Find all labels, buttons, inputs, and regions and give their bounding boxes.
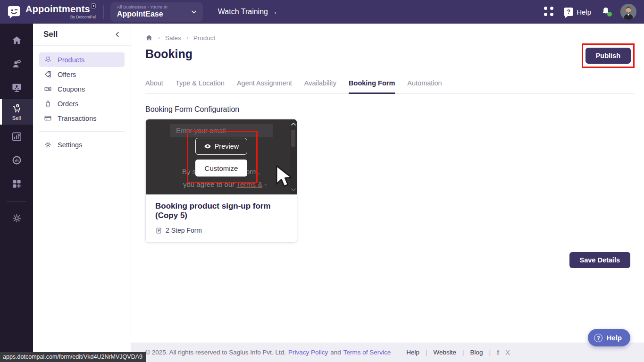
scroll-up-icon	[291, 122, 296, 126]
sidebar-item-label: Orders	[58, 100, 78, 108]
sidebar-item-offers[interactable]: Offers	[39, 67, 125, 82]
tab-bar: About Type & Location Agent Assignment A…	[145, 79, 635, 94]
scrollbar-thumb[interactable]	[291, 130, 295, 147]
sidebar-item-products[interactable]: Products	[39, 52, 125, 67]
rail-item-analytics[interactable]	[0, 125, 33, 148]
sidebar-item-settings[interactable]: Settings	[39, 137, 125, 152]
link-preview-status-bar: apps.dotcompal.com/form/edit/Vkd4U2NrMVJ…	[0, 352, 146, 362]
tab-automation[interactable]: Automation	[407, 79, 442, 93]
form-card-title: Booking product sign-up form (Copy 5)	[155, 202, 287, 220]
reports-icon	[11, 155, 22, 166]
breadcrumb-product[interactable]: Product	[193, 34, 216, 42]
header-help-label: Help	[577, 8, 591, 16]
watch-training-link[interactable]: Watch Training →	[218, 8, 278, 16]
footer-website-link[interactable]: Website	[433, 349, 456, 356]
publish-button[interactable]: Publish	[585, 48, 631, 64]
sidebar-item-label: Offers	[58, 71, 76, 78]
notification-dot	[607, 12, 612, 17]
card-annotation-highlight	[187, 131, 258, 183]
sidebar-item-coupons[interactable]: Coupons	[39, 82, 125, 96]
x-icon[interactable]: X	[505, 348, 510, 356]
offers-icon	[44, 70, 52, 78]
contacts-icon	[11, 59, 22, 69]
breadcrumb-home-icon[interactable]	[145, 34, 153, 42]
app-logo[interactable]: Appointments By DotcomPal	[7, 4, 96, 19]
home-icon	[11, 35, 22, 46]
publish-annotation-highlight: Publish	[582, 43, 635, 68]
collapse-sidebar-icon[interactable]	[114, 31, 121, 38]
form-preview-thumbnail[interactable]: Enter your email Preview Customize By s …	[146, 119, 297, 194]
notifications-bell-icon[interactable]	[601, 6, 611, 17]
rail-item-contacts[interactable]	[0, 52, 33, 76]
help-fab-button[interactable]: ? Help	[588, 329, 630, 346]
sidebar-item-label: Products	[58, 56, 84, 64]
page-footer: © 2025. All rights reserved to Saglus In…	[131, 343, 644, 362]
business-selector[interactable]: All Businesses › You're In AppointEase	[110, 2, 203, 22]
rail-item-home[interactable]	[0, 28, 33, 52]
preview-scrollbar[interactable]	[290, 119, 297, 194]
rail-item-apps[interactable]	[0, 172, 33, 195]
chevron-down-icon	[191, 8, 197, 15]
appointments-logo-icon	[7, 5, 21, 19]
rail-item-launch[interactable]	[0, 76, 33, 99]
tab-agent-assignment[interactable]: Agent Assignment	[237, 79, 292, 93]
business-selector-label: All Businesses › You're In	[117, 5, 191, 10]
tab-booking-form[interactable]: Booking Form	[349, 79, 395, 94]
sell-sidebar: Sell Products Offers Coupons	[33, 24, 131, 362]
coupons-icon	[44, 85, 52, 93]
facebook-icon[interactable]: f	[497, 348, 499, 356]
tab-type-location[interactable]: Type & Location	[176, 79, 225, 93]
save-details-button[interactable]: Save Details	[569, 252, 630, 268]
launch-icon	[11, 82, 22, 93]
user-avatar[interactable]	[620, 4, 636, 20]
sidebar-item-label: Settings	[58, 141, 82, 149]
main-content: › Sales › Product Booking Publish About …	[131, 24, 644, 362]
help-fab-label: Help	[606, 334, 622, 342]
sidebar-item-transactions[interactable]: Transactions	[39, 111, 125, 126]
form-document-icon	[155, 227, 162, 234]
sidebar-item-orders[interactable]: Orders	[39, 96, 125, 111]
tab-about[interactable]: About	[145, 79, 163, 93]
apps-grid-icon[interactable]	[544, 7, 554, 17]
transactions-icon	[44, 114, 52, 122]
booking-form-card: Enter your email Preview Customize By s …	[145, 119, 297, 243]
sell-icon	[11, 103, 22, 114]
app-header: Appointments By DotcomPal All Businesses…	[0, 0, 644, 24]
sidebar-title: Sell	[43, 30, 58, 39]
logo-title: Appointments	[25, 4, 90, 14]
apps-icon	[11, 178, 22, 189]
page-title: Booking	[145, 47, 192, 61]
privacy-policy-link[interactable]: Privacy Policy	[288, 349, 328, 356]
sidebar-item-label: Transactions	[58, 115, 96, 122]
settings-icon	[44, 141, 52, 149]
footer-blog-link[interactable]: Blog	[470, 349, 483, 356]
section-heading: Booking Form Configuration	[145, 105, 635, 114]
breadcrumb-separator: ›	[158, 34, 160, 41]
header-divider	[103, 5, 104, 19]
question-bubble-icon: ?	[564, 8, 573, 16]
terms-of-service-link[interactable]: Terms of Service	[343, 349, 391, 356]
copyright-text: © 2025. All rights reserved to Saglus In…	[145, 349, 286, 356]
rail-item-reports[interactable]	[0, 148, 33, 172]
rail-divider	[7, 201, 26, 202]
rail-item-sell[interactable]: Sell	[0, 99, 33, 125]
header-help-button[interactable]: ? Help	[564, 8, 591, 16]
form-type-label: 2 Step Form	[166, 227, 202, 234]
orders-icon	[44, 100, 52, 108]
breadcrumb-separator: ›	[186, 34, 188, 41]
analytics-icon	[11, 131, 22, 142]
icon-rail: Sell	[0, 24, 33, 362]
sidebar-item-label: Coupons	[58, 85, 85, 93]
sidebar-divider	[39, 131, 125, 132]
scroll-down-icon	[291, 188, 296, 192]
breadcrumb: › Sales › Product	[145, 34, 635, 42]
rail-item-settings[interactable]	[0, 206, 33, 230]
settings-icon	[11, 213, 22, 224]
breadcrumb-sales[interactable]: Sales	[165, 34, 181, 42]
screen: Appointments By DotcomPal All Businesses…	[0, 0, 644, 362]
footer-conjunction: and	[330, 349, 341, 356]
tab-availability[interactable]: Availability	[304, 79, 336, 93]
logo-badge-icon	[91, 3, 96, 8]
products-icon	[44, 56, 52, 64]
footer-help-link[interactable]: Help	[406, 349, 419, 356]
